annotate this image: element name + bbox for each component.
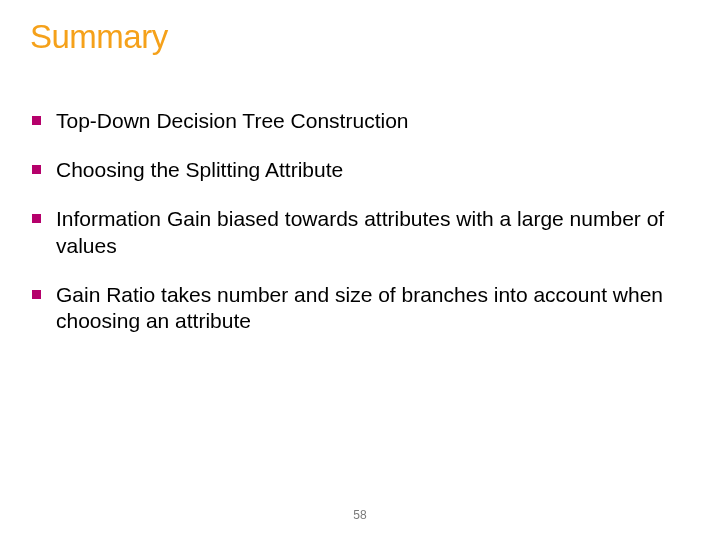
list-item: Top-Down Decision Tree Construction [32,108,690,135]
list-item: Information Gain biased towards attribut… [32,206,690,260]
list-item: Choosing the Splitting Attribute [32,157,690,184]
list-item: Gain Ratio takes number and size of bran… [32,282,690,336]
slide: Summary Top-Down Decision Tree Construct… [0,0,720,540]
bullet-list: Top-Down Decision Tree Construction Choo… [30,108,690,335]
slide-title: Summary [30,18,690,56]
page-number: 58 [0,508,720,522]
